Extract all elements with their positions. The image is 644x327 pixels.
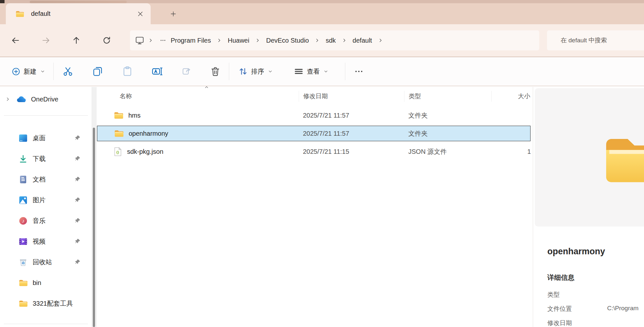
sidebar-item-recycle-bin[interactable]: 回收站 bbox=[0, 252, 91, 272]
detail-label: 修改日期 bbox=[547, 319, 607, 327]
pin-icon bbox=[75, 259, 80, 265]
breadcrumb-item-deveco-studio[interactable]: DevEco Studio bbox=[264, 35, 311, 46]
new-tab-button[interactable] bbox=[167, 8, 179, 20]
detail-label: 文件位置 bbox=[547, 305, 607, 313]
arrow-up-icon bbox=[72, 36, 81, 45]
close-icon bbox=[137, 10, 144, 17]
address-bar[interactable]: Program Files Huawei DevEco Studio sdk d… bbox=[130, 30, 539, 50]
type-cell: 文件夹 bbox=[404, 111, 491, 120]
size-cell: 1 bbox=[491, 148, 533, 155]
tab-close-button[interactable] bbox=[134, 8, 146, 20]
type-cell: 文件夹 bbox=[404, 129, 491, 138]
sort-arrows-icon bbox=[238, 67, 248, 76]
copy-button[interactable] bbox=[92, 66, 103, 77]
breadcrumb-overflow-button[interactable] bbox=[160, 37, 166, 44]
folder-icon bbox=[114, 130, 123, 137]
sidebar-item-videos[interactable]: 视频 bbox=[0, 231, 91, 252]
paste-button[interactable] bbox=[122, 66, 133, 77]
folder-icon bbox=[19, 300, 27, 307]
tab-title: default bbox=[31, 10, 134, 17]
share-icon bbox=[182, 66, 192, 77]
up-button[interactable] bbox=[69, 33, 83, 47]
sidebar-item-desktop[interactable]: 桌面 bbox=[0, 128, 91, 148]
more-options-button[interactable] bbox=[353, 66, 365, 77]
chevron-down-icon bbox=[40, 69, 45, 74]
toolbar-divider bbox=[229, 63, 229, 80]
scissors-icon bbox=[63, 66, 73, 77]
refresh-button[interactable] bbox=[100, 33, 114, 47]
sidebar-item-downloads[interactable]: 下载 bbox=[0, 148, 91, 169]
search-input[interactable] bbox=[547, 30, 644, 50]
copy-icon bbox=[92, 66, 103, 77]
sidebar-item-pictures[interactable]: 图片 bbox=[0, 190, 91, 210]
sidebar-item-3321-tools[interactable]: 3321配套工具 bbox=[0, 293, 91, 314]
name-cell: openharmony bbox=[97, 130, 299, 137]
sidebar-item-music[interactable]: 音乐 bbox=[0, 210, 91, 231]
breadcrumb-item-sdk[interactable]: sdk bbox=[324, 35, 338, 46]
rename-button[interactable] bbox=[151, 66, 163, 77]
background-window-fragment bbox=[0, 0, 5, 3]
download-icon bbox=[19, 154, 27, 163]
column-header-date-modified[interactable]: 修改日期 bbox=[299, 91, 404, 102]
chevron-down-icon bbox=[324, 69, 328, 74]
cut-button[interactable] bbox=[62, 66, 74, 77]
arrow-left-icon bbox=[11, 36, 20, 45]
name-cell: sdk-pkg.json bbox=[97, 147, 299, 156]
clipboard-paste-icon bbox=[122, 66, 133, 77]
background-window-fragment bbox=[30, 1, 127, 3]
file-explorer-window: default Program Files Huawei bbox=[0, 0, 644, 327]
plus-circle-icon bbox=[12, 67, 20, 76]
details-section-header: 详细信息 bbox=[547, 273, 574, 282]
preview-item-title: openharmony bbox=[547, 247, 605, 257]
preview-thumbnail-area bbox=[535, 88, 644, 227]
file-row-sdk-pkg-json[interactable]: sdk-pkg.json 2025/7/21 11:15 JSON 源文件 1 bbox=[97, 142, 533, 161]
file-row-openharmony[interactable]: openharmony 2025/7/21 11:57 文件夹 bbox=[97, 126, 531, 141]
sidebar-item-bin[interactable]: bin bbox=[0, 272, 91, 293]
onedrive-cloud-icon bbox=[16, 96, 27, 103]
file-rows: hms 2025/7/21 11:57 文件夹 openharmony 2025… bbox=[97, 106, 533, 161]
detail-label: 类型 bbox=[547, 290, 607, 299]
breadcrumb-item-program-files[interactable]: Program Files bbox=[169, 35, 213, 46]
document-icon bbox=[19, 175, 27, 184]
sidebar-divider bbox=[4, 115, 88, 116]
chevron-right-icon bbox=[315, 38, 320, 43]
arrow-right-icon bbox=[41, 36, 50, 45]
new-button-label: 新建 bbox=[24, 67, 37, 76]
view-button[interactable]: 查看 bbox=[290, 64, 332, 79]
sidebar-item-onedrive[interactable]: OneDrive bbox=[0, 92, 91, 106]
sidebar-item-label: 桌面 bbox=[33, 134, 46, 142]
sidebar-item-label: bin bbox=[33, 279, 41, 287]
back-button[interactable] bbox=[8, 33, 23, 47]
date-cell: 2025/7/21 11:15 bbox=[299, 148, 404, 155]
details-pane: openharmony 详细信息 类型 文件位置 C:\Program 修改日期 bbox=[533, 87, 644, 327]
this-pc-monitor-icon[interactable] bbox=[135, 36, 144, 45]
share-button[interactable] bbox=[181, 66, 193, 77]
ellipsis-icon bbox=[354, 67, 364, 76]
sort-button[interactable]: 排序 bbox=[234, 64, 276, 79]
new-button[interactable]: 新建 bbox=[8, 65, 49, 79]
plus-icon bbox=[170, 10, 177, 17]
detail-row-type: 类型 bbox=[547, 290, 644, 299]
delete-button[interactable] bbox=[209, 66, 221, 77]
desktop-icon bbox=[19, 134, 27, 142]
forward-button[interactable] bbox=[39, 33, 53, 47]
trash-icon bbox=[210, 66, 220, 77]
file-row-hms[interactable]: hms 2025/7/21 11:57 文件夹 bbox=[97, 106, 533, 124]
search-box bbox=[547, 30, 644, 50]
column-header-name[interactable]: 名称 bbox=[97, 92, 299, 100]
sidebar-item-label: 图片 bbox=[33, 196, 46, 205]
column-header-type[interactable]: 类型 bbox=[404, 91, 491, 102]
sidebar-item-documents[interactable]: 文档 bbox=[0, 169, 91, 190]
expand-chevron-icon[interactable] bbox=[5, 97, 10, 102]
sidebar-scrollbar-thumb[interactable] bbox=[93, 128, 95, 327]
file-name: hms bbox=[128, 112, 141, 119]
tab-bar: default bbox=[0, 3, 644, 24]
breadcrumb-item-huawei[interactable]: Huawei bbox=[226, 35, 251, 46]
breadcrumb-item-default[interactable]: default bbox=[351, 35, 374, 46]
sort-button-label: 排序 bbox=[251, 67, 264, 76]
sidebar-pinned-list: 桌面 下载 文档 图片 bbox=[0, 128, 91, 314]
tab-default[interactable]: default bbox=[6, 3, 151, 24]
column-header-size[interactable]: 大小 bbox=[491, 91, 533, 102]
sidebar-item-label: 下载 bbox=[33, 154, 46, 163]
chevron-right-icon bbox=[378, 38, 383, 43]
